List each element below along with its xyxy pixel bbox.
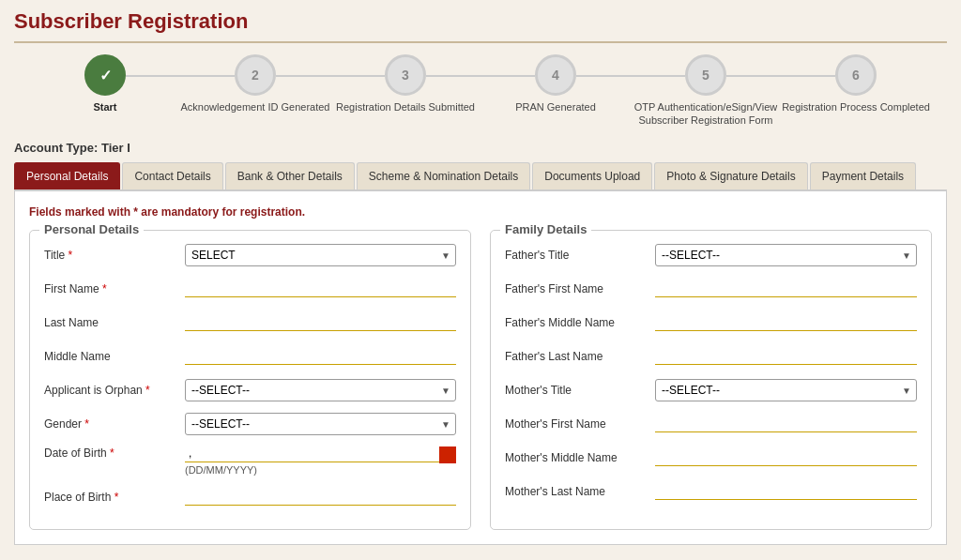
father-first-name-label: Father's First Name (505, 282, 655, 295)
place-of-birth-req: * (114, 491, 119, 504)
tab-documents-upload[interactable]: Documents Upload (532, 162, 652, 189)
dob-row: Date of Birth * (DD/MM/YYYY) (44, 445, 456, 477)
step-label-complete: Registration Process Completed (782, 100, 930, 114)
title-row: Title * SELECT Mr Mrs Ms Dr ▼ (44, 242, 456, 268)
gender-req: * (84, 417, 89, 431)
father-middle-name-input[interactable] (655, 313, 917, 331)
step-start: ✓ Start (30, 54, 180, 114)
father-title-row: Father's Title --SELECT-- Mr Mrs Ms Dr ▼ (505, 242, 917, 268)
personal-details-title: Personal Details (39, 222, 144, 236)
orphan-select-wrapper: --SELECT-- Yes No ▼ (185, 379, 456, 401)
title-select[interactable]: SELECT Mr Mrs Ms Dr (185, 244, 456, 266)
father-title-select[interactable]: --SELECT-- Mr Mrs Ms Dr (655, 244, 917, 266)
step-label-otp: OTP Authentication/eSign/View Subscriber… (631, 100, 781, 128)
page-wrapper: Subscriber Registration ✓ Start 2 Acknow… (0, 0, 961, 560)
father-first-name-input[interactable] (655, 280, 917, 297)
place-of-birth-label: Place of Birth * (44, 491, 185, 504)
mother-last-name-row: Mother's Last Name (505, 478, 917, 505)
father-last-name-label: Father's Last Name (505, 350, 655, 363)
step-circle-ack: 2 (235, 54, 276, 96)
tab-payment-details[interactable]: Payment Details (810, 162, 916, 189)
family-details-title: Family Details (500, 222, 591, 236)
gender-select-wrapper: --SELECT-- Male Female Transgender ▼ (185, 413, 456, 435)
gender-label: Gender * (44, 417, 185, 431)
tab-personal-details[interactable]: Personal Details (14, 162, 120, 189)
form-columns: Personal Details Title * SELECT Mr Mrs M… (29, 230, 932, 530)
tabs-container: Personal Details Contact Details Bank & … (14, 162, 947, 190)
account-type-value: Tier I (101, 141, 130, 155)
dob-hint: (DD/MM/YYYY) (185, 462, 257, 477)
dob-input[interactable] (185, 445, 456, 462)
mother-title-select-wrapper: --SELECT-- Mrs Ms Dr ▼ (655, 379, 917, 401)
title-req: * (69, 249, 73, 262)
tab-photo-signature[interactable]: Photo & Signature Details (654, 162, 807, 189)
middle-name-input[interactable] (185, 347, 456, 365)
place-of-birth-row: Place of Birth * (44, 484, 456, 510)
mother-last-name-label: Mother's Last Name (505, 485, 655, 498)
mother-last-name-input[interactable] (655, 482, 917, 500)
step-reg: 3 Registration Details Submitted (330, 54, 480, 114)
first-name-input[interactable] (185, 280, 456, 297)
first-name-req: * (102, 282, 107, 295)
father-title-label: Father's Title (505, 249, 655, 262)
mother-title-select[interactable]: --SELECT-- Mrs Ms Dr (655, 379, 917, 401)
mother-title-row: Mother's Title --SELECT-- Mrs Ms Dr ▼ (505, 377, 917, 403)
dob-input-wrapper (185, 445, 456, 462)
father-last-name-input[interactable] (655, 347, 917, 365)
personal-details-section: Personal Details Title * SELECT Mr Mrs M… (29, 230, 471, 530)
title-label: Title * (44, 249, 185, 262)
family-details-section: Family Details Father's Title --SELECT--… (490, 230, 932, 530)
first-name-row: First Name * (44, 276, 456, 302)
mandatory-notice: Fields marked with * are mandatory for r… (29, 205, 932, 219)
step-label-pran: PRAN Generated (515, 100, 596, 114)
mother-middle-name-row: Mother's Middle Name (505, 445, 917, 471)
gender-row: Gender * --SELECT-- Male Female Transgen… (44, 411, 456, 437)
mother-middle-name-label: Mother's Middle Name (505, 451, 655, 464)
middle-name-label: Middle Name (44, 350, 185, 363)
step-ack: 2 Acknowledgement ID Generated (180, 54, 330, 114)
title-select-wrapper: SELECT Mr Mrs Ms Dr ▼ (185, 244, 456, 266)
last-name-input[interactable] (185, 313, 456, 331)
step-complete: 6 Registration Process Completed (781, 54, 931, 114)
step-label-reg: Registration Details Submitted (336, 100, 475, 114)
step-circle-reg: 3 (385, 54, 426, 96)
father-title-select-wrapper: --SELECT-- Mr Mrs Ms Dr ▼ (655, 244, 917, 266)
middle-name-row: Middle Name (44, 343, 456, 370)
father-middle-name-row: Father's Middle Name (505, 310, 917, 336)
father-last-name-row: Father's Last Name (505, 343, 917, 370)
mother-title-label: Mother's Title (505, 384, 655, 397)
orphan-req: * (145, 384, 150, 397)
step-circle-complete: 6 (835, 54, 877, 96)
calendar-icon[interactable] (439, 446, 456, 463)
mother-first-name-row: Mother's First Name (505, 411, 917, 437)
last-name-label: Last Name (44, 316, 185, 329)
account-type-label: Account Type: (14, 141, 98, 155)
father-first-name-row: Father's First Name (505, 276, 917, 302)
dob-req: * (110, 446, 114, 460)
step-circle-pran: 4 (535, 54, 576, 96)
step-pran: 4 PRAN Generated (480, 54, 631, 114)
place-of-birth-input[interactable] (185, 488, 456, 506)
tab-scheme-nomination[interactable]: Scheme & Nomination Details (357, 162, 530, 189)
orphan-row: Applicant is Orphan * --SELECT-- Yes No … (44, 377, 456, 403)
gender-select[interactable]: --SELECT-- Male Female Transgender (185, 413, 456, 435)
mother-middle-name-input[interactable] (655, 448, 917, 466)
step-circle-start: ✓ (84, 54, 126, 96)
step-label-ack: Acknowledgement ID Generated (181, 100, 330, 114)
account-type: Account Type: Tier I (14, 141, 947, 155)
orphan-select[interactable]: --SELECT-- Yes No (185, 379, 456, 401)
step-label-start: Start (93, 100, 116, 114)
mother-first-name-label: Mother's First Name (505, 417, 655, 431)
step-circle-otp: 5 (685, 54, 726, 96)
page-title: Subscriber Registration (14, 9, 947, 43)
dob-inner-row: Date of Birth * (44, 445, 456, 462)
tab-contact-details[interactable]: Contact Details (122, 162, 222, 189)
orphan-label: Applicant is Orphan * (44, 384, 185, 397)
progress-bar: ✓ Start 2 Acknowledgement ID Generated 3… (14, 54, 947, 128)
dob-format-hint: (DD/MM/YYYY) (185, 464, 257, 476)
content-area: Fields marked with * are mandatory for r… (14, 190, 947, 545)
first-name-label: First Name * (44, 282, 185, 295)
father-middle-name-label: Father's Middle Name (505, 316, 655, 329)
tab-bank-other-details[interactable]: Bank & Other Details (225, 162, 355, 189)
mother-first-name-input[interactable] (655, 415, 917, 432)
